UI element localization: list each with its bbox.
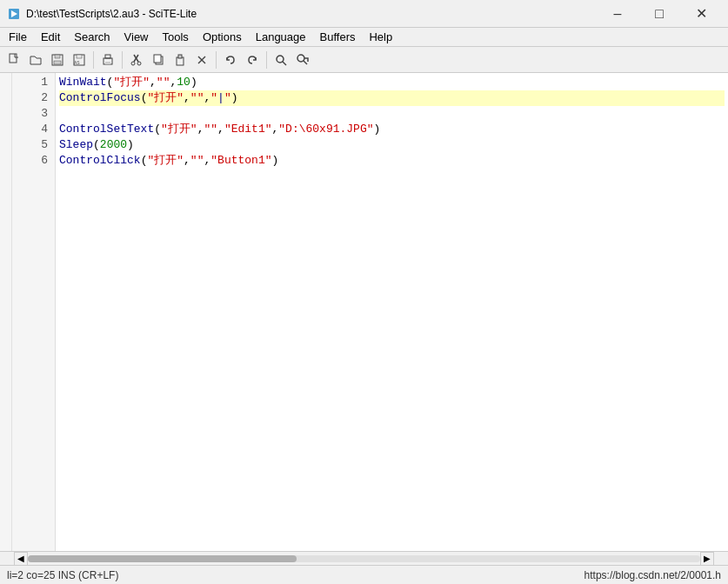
token-fn: ControlFocus — [59, 90, 141, 106]
maximize-button[interactable]: □ — [639, 0, 679, 28]
editor-container: 1 2 3 4 5 6 WinWait("打开","",10) ControlF… — [0, 73, 728, 551]
svg-point-22 — [277, 56, 284, 63]
close-button[interactable]: ✕ — [681, 0, 721, 28]
new-button[interactable] — [3, 50, 24, 70]
code-line-2: ControlFocus("打开","","|") — [59, 90, 725, 106]
open-button[interactable] — [25, 50, 46, 70]
toolbar-sep-4 — [266, 51, 267, 69]
toolbar-sep-3 — [216, 51, 217, 69]
redo-button[interactable] — [242, 50, 263, 70]
svg-point-15 — [137, 62, 141, 65]
paste-button[interactable] — [170, 50, 190, 70]
line-num-4: 4 — [19, 122, 48, 137]
save-as-button[interactable]: AS — [69, 50, 90, 70]
copy-button[interactable] — [148, 50, 169, 70]
svg-rect-2 — [10, 54, 17, 63]
svg-rect-4 — [55, 55, 60, 58]
svg-rect-7 — [77, 55, 82, 58]
svg-point-24 — [297, 55, 304, 62]
status-position: li=2 co=25 INS (CR+LF) — [7, 569, 118, 581]
svg-rect-10 — [105, 55, 110, 58]
svg-text:AS: AS — [74, 60, 80, 65]
menu-item-options[interactable]: Options — [196, 28, 249, 47]
svg-rect-19 — [178, 55, 182, 58]
menu-item-language[interactable]: Language — [249, 28, 313, 47]
scroll-right-button[interactable]: ▶ — [700, 552, 714, 566]
code-line-5: Sleep(2000) — [59, 137, 725, 153]
code-line-3 — [59, 106, 725, 122]
code-line-1: WinWait("打开","",10) — [59, 75, 725, 90]
fold-gutter — [0, 73, 12, 551]
menu-item-tools[interactable]: Tools — [156, 28, 196, 47]
toolbar-sep-1 — [93, 51, 94, 69]
title-bar: D:\test\TestScripts\2.au3 - SciTE-Lite –… — [0, 0, 728, 28]
menu-item-search[interactable]: Search — [67, 28, 117, 47]
menu-item-edit[interactable]: Edit — [34, 28, 67, 47]
line-num-2: 2 — [19, 90, 48, 106]
minimize-button[interactable]: – — [598, 0, 638, 28]
menu-item-buffers[interactable]: Buffers — [313, 28, 363, 47]
print-button[interactable] — [97, 50, 118, 70]
scrollbar-track[interactable] — [28, 555, 700, 562]
line-num-3: 3 — [19, 106, 48, 122]
svg-line-25 — [304, 61, 307, 64]
undo-button[interactable] — [220, 50, 241, 70]
save-button[interactable] — [47, 50, 68, 70]
svg-rect-11 — [105, 62, 110, 64]
scrollbar-thumb[interactable] — [28, 555, 297, 562]
scroll-left-button[interactable]: ◀ — [14, 552, 28, 566]
menu-item-file[interactable]: File — [2, 28, 34, 47]
toolbar-sep-2 — [122, 51, 123, 69]
code-line-4: ControlSetText("打开","","Edit1","D:\60x91… — [59, 122, 725, 137]
toolbar: AS — [0, 47, 728, 73]
line-num-6: 6 — [19, 153, 48, 169]
status-bar: li=2 co=25 INS (CR+LF) https://blog.csdn… — [0, 565, 728, 584]
token-fn: ControlClick — [59, 153, 141, 169]
menu-bar: FileEditSearchViewToolsOptionsLanguageBu… — [0, 28, 728, 47]
window-title: D:\test\TestScripts\2.au3 - SciTE-Lite — [26, 8, 598, 20]
app-icon — [7, 7, 21, 21]
status-url: https://blog.csdn.net/2/0001.h — [584, 569, 721, 581]
find-button[interactable] — [270, 50, 291, 70]
code-line-6: ControlClick("打开","","Button1") — [59, 153, 725, 169]
svg-line-23 — [283, 62, 286, 65]
svg-point-14 — [131, 62, 135, 65]
menu-item-help[interactable]: Help — [362, 28, 399, 47]
horizontal-scrollbar[interactable]: ◀ ▶ — [0, 551, 728, 565]
line-num-5: 5 — [19, 137, 48, 153]
cut-button[interactable] — [126, 50, 147, 70]
window-controls: – □ ✕ — [598, 0, 721, 28]
svg-rect-5 — [54, 61, 61, 64]
menu-item-view[interactable]: View — [117, 28, 156, 47]
line-num-1: 1 — [19, 75, 48, 90]
find-next-button[interactable] — [292, 50, 313, 70]
code-editor[interactable]: WinWait("打开","",10) ControlFocus("打开",""… — [56, 73, 728, 551]
token-fn: WinWait — [59, 75, 107, 90]
line-numbers: 1 2 3 4 5 6 — [12, 73, 56, 551]
svg-rect-17 — [154, 55, 161, 63]
delete-button[interactable] — [191, 50, 212, 70]
token-fn: Sleep — [59, 137, 93, 153]
token-fn: ControlSetText — [59, 122, 154, 137]
